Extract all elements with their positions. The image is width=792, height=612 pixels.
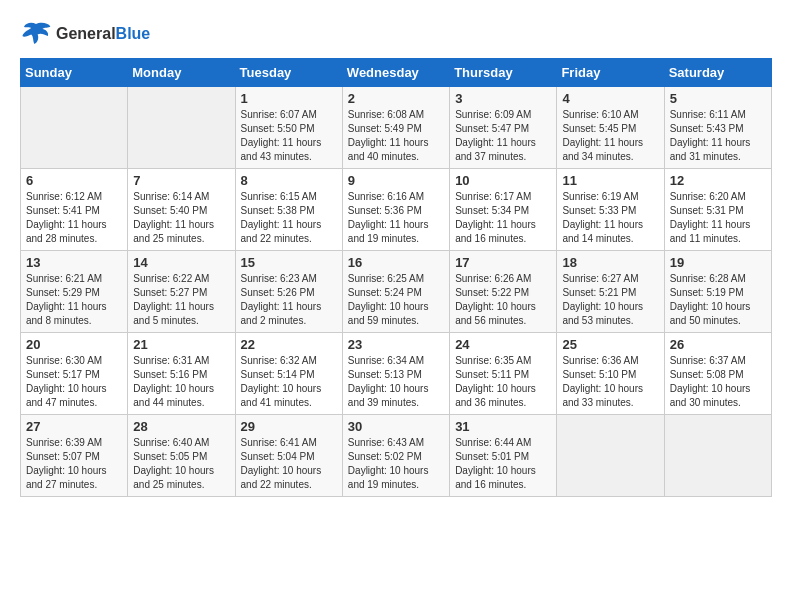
day-number: 13 — [26, 255, 122, 270]
day-number: 10 — [455, 173, 551, 188]
day-info: Sunrise: 6:32 AM Sunset: 5:14 PM Dayligh… — [241, 354, 337, 410]
day-info: Sunrise: 6:41 AM Sunset: 5:04 PM Dayligh… — [241, 436, 337, 492]
calendar-cell — [128, 87, 235, 169]
day-info: Sunrise: 6:07 AM Sunset: 5:50 PM Dayligh… — [241, 108, 337, 164]
day-number: 21 — [133, 337, 229, 352]
day-info: Sunrise: 6:43 AM Sunset: 5:02 PM Dayligh… — [348, 436, 444, 492]
week-row-3: 13Sunrise: 6:21 AM Sunset: 5:29 PM Dayli… — [21, 251, 772, 333]
calendar-cell: 20Sunrise: 6:30 AM Sunset: 5:17 PM Dayli… — [21, 333, 128, 415]
calendar-cell: 30Sunrise: 6:43 AM Sunset: 5:02 PM Dayli… — [342, 415, 449, 497]
calendar-cell: 3Sunrise: 6:09 AM Sunset: 5:47 PM Daylig… — [450, 87, 557, 169]
day-info: Sunrise: 6:36 AM Sunset: 5:10 PM Dayligh… — [562, 354, 658, 410]
calendar-cell: 29Sunrise: 6:41 AM Sunset: 5:04 PM Dayli… — [235, 415, 342, 497]
calendar-cell: 13Sunrise: 6:21 AM Sunset: 5:29 PM Dayli… — [21, 251, 128, 333]
day-info: Sunrise: 6:08 AM Sunset: 5:49 PM Dayligh… — [348, 108, 444, 164]
day-header-sunday: Sunday — [21, 59, 128, 87]
day-header-monday: Monday — [128, 59, 235, 87]
day-number: 30 — [348, 419, 444, 434]
calendar-cell: 14Sunrise: 6:22 AM Sunset: 5:27 PM Dayli… — [128, 251, 235, 333]
day-number: 7 — [133, 173, 229, 188]
day-number: 11 — [562, 173, 658, 188]
day-info: Sunrise: 6:35 AM Sunset: 5:11 PM Dayligh… — [455, 354, 551, 410]
calendar-cell: 4Sunrise: 6:10 AM Sunset: 5:45 PM Daylig… — [557, 87, 664, 169]
calendar-cell: 27Sunrise: 6:39 AM Sunset: 5:07 PM Dayli… — [21, 415, 128, 497]
day-number: 3 — [455, 91, 551, 106]
day-info: Sunrise: 6:44 AM Sunset: 5:01 PM Dayligh… — [455, 436, 551, 492]
logo: GeneralBlue — [20, 20, 150, 48]
week-row-5: 27Sunrise: 6:39 AM Sunset: 5:07 PM Dayli… — [21, 415, 772, 497]
day-header-wednesday: Wednesday — [342, 59, 449, 87]
day-number: 25 — [562, 337, 658, 352]
calendar-cell: 25Sunrise: 6:36 AM Sunset: 5:10 PM Dayli… — [557, 333, 664, 415]
calendar-cell: 28Sunrise: 6:40 AM Sunset: 5:05 PM Dayli… — [128, 415, 235, 497]
calendar-cell — [557, 415, 664, 497]
page-header: GeneralBlue — [20, 20, 772, 48]
calendar-cell — [664, 415, 771, 497]
day-info: Sunrise: 6:34 AM Sunset: 5:13 PM Dayligh… — [348, 354, 444, 410]
day-info: Sunrise: 6:30 AM Sunset: 5:17 PM Dayligh… — [26, 354, 122, 410]
calendar-cell: 9Sunrise: 6:16 AM Sunset: 5:36 PM Daylig… — [342, 169, 449, 251]
day-info: Sunrise: 6:21 AM Sunset: 5:29 PM Dayligh… — [26, 272, 122, 328]
calendar-cell: 6Sunrise: 6:12 AM Sunset: 5:41 PM Daylig… — [21, 169, 128, 251]
week-row-2: 6Sunrise: 6:12 AM Sunset: 5:41 PM Daylig… — [21, 169, 772, 251]
day-number: 23 — [348, 337, 444, 352]
calendar-cell: 10Sunrise: 6:17 AM Sunset: 5:34 PM Dayli… — [450, 169, 557, 251]
calendar-cell: 5Sunrise: 6:11 AM Sunset: 5:43 PM Daylig… — [664, 87, 771, 169]
calendar-cell: 23Sunrise: 6:34 AM Sunset: 5:13 PM Dayli… — [342, 333, 449, 415]
day-info: Sunrise: 6:27 AM Sunset: 5:21 PM Dayligh… — [562, 272, 658, 328]
day-info: Sunrise: 6:09 AM Sunset: 5:47 PM Dayligh… — [455, 108, 551, 164]
calendar-cell: 31Sunrise: 6:44 AM Sunset: 5:01 PM Dayli… — [450, 415, 557, 497]
calendar-cell: 8Sunrise: 6:15 AM Sunset: 5:38 PM Daylig… — [235, 169, 342, 251]
day-info: Sunrise: 6:25 AM Sunset: 5:24 PM Dayligh… — [348, 272, 444, 328]
day-info: Sunrise: 6:10 AM Sunset: 5:45 PM Dayligh… — [562, 108, 658, 164]
day-number: 18 — [562, 255, 658, 270]
day-number: 1 — [241, 91, 337, 106]
day-number: 15 — [241, 255, 337, 270]
day-number: 8 — [241, 173, 337, 188]
day-info: Sunrise: 6:26 AM Sunset: 5:22 PM Dayligh… — [455, 272, 551, 328]
day-number: 26 — [670, 337, 766, 352]
day-number: 2 — [348, 91, 444, 106]
day-info: Sunrise: 6:15 AM Sunset: 5:38 PM Dayligh… — [241, 190, 337, 246]
day-number: 14 — [133, 255, 229, 270]
day-info: Sunrise: 6:23 AM Sunset: 5:26 PM Dayligh… — [241, 272, 337, 328]
days-header-row: SundayMondayTuesdayWednesdayThursdayFrid… — [21, 59, 772, 87]
calendar-cell: 1Sunrise: 6:07 AM Sunset: 5:50 PM Daylig… — [235, 87, 342, 169]
week-row-4: 20Sunrise: 6:30 AM Sunset: 5:17 PM Dayli… — [21, 333, 772, 415]
day-header-friday: Friday — [557, 59, 664, 87]
week-row-1: 1Sunrise: 6:07 AM Sunset: 5:50 PM Daylig… — [21, 87, 772, 169]
logo-icon — [20, 20, 52, 48]
day-number: 4 — [562, 91, 658, 106]
day-info: Sunrise: 6:31 AM Sunset: 5:16 PM Dayligh… — [133, 354, 229, 410]
calendar-cell: 17Sunrise: 6:26 AM Sunset: 5:22 PM Dayli… — [450, 251, 557, 333]
day-info: Sunrise: 6:28 AM Sunset: 5:19 PM Dayligh… — [670, 272, 766, 328]
day-number: 12 — [670, 173, 766, 188]
day-info: Sunrise: 6:20 AM Sunset: 5:31 PM Dayligh… — [670, 190, 766, 246]
day-number: 24 — [455, 337, 551, 352]
calendar-cell: 15Sunrise: 6:23 AM Sunset: 5:26 PM Dayli… — [235, 251, 342, 333]
day-number: 31 — [455, 419, 551, 434]
day-header-saturday: Saturday — [664, 59, 771, 87]
day-info: Sunrise: 6:16 AM Sunset: 5:36 PM Dayligh… — [348, 190, 444, 246]
logo-text: GeneralBlue — [56, 25, 150, 43]
day-info: Sunrise: 6:12 AM Sunset: 5:41 PM Dayligh… — [26, 190, 122, 246]
day-number: 9 — [348, 173, 444, 188]
day-info: Sunrise: 6:39 AM Sunset: 5:07 PM Dayligh… — [26, 436, 122, 492]
day-number: 17 — [455, 255, 551, 270]
day-info: Sunrise: 6:40 AM Sunset: 5:05 PM Dayligh… — [133, 436, 229, 492]
calendar-cell — [21, 87, 128, 169]
day-info: Sunrise: 6:19 AM Sunset: 5:33 PM Dayligh… — [562, 190, 658, 246]
calendar-cell: 7Sunrise: 6:14 AM Sunset: 5:40 PM Daylig… — [128, 169, 235, 251]
calendar-table: SundayMondayTuesdayWednesdayThursdayFrid… — [20, 58, 772, 497]
day-header-tuesday: Tuesday — [235, 59, 342, 87]
day-header-thursday: Thursday — [450, 59, 557, 87]
day-info: Sunrise: 6:37 AM Sunset: 5:08 PM Dayligh… — [670, 354, 766, 410]
calendar-cell: 22Sunrise: 6:32 AM Sunset: 5:14 PM Dayli… — [235, 333, 342, 415]
calendar-cell: 18Sunrise: 6:27 AM Sunset: 5:21 PM Dayli… — [557, 251, 664, 333]
day-info: Sunrise: 6:17 AM Sunset: 5:34 PM Dayligh… — [455, 190, 551, 246]
calendar-cell: 11Sunrise: 6:19 AM Sunset: 5:33 PM Dayli… — [557, 169, 664, 251]
day-number: 20 — [26, 337, 122, 352]
day-info: Sunrise: 6:14 AM Sunset: 5:40 PM Dayligh… — [133, 190, 229, 246]
day-number: 5 — [670, 91, 766, 106]
calendar-cell: 21Sunrise: 6:31 AM Sunset: 5:16 PM Dayli… — [128, 333, 235, 415]
